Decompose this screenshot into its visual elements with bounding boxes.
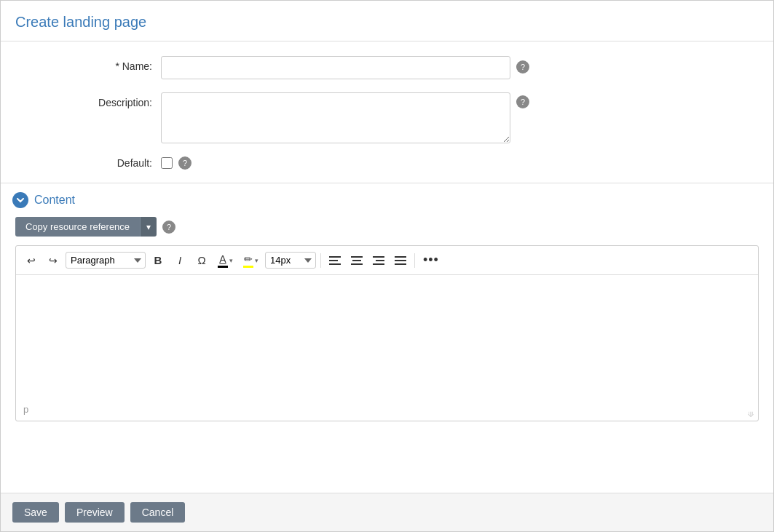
align-justify-icon (395, 256, 406, 265)
description-row: Description: ? (1, 92, 773, 143)
redo-btn[interactable]: ↪ (44, 253, 63, 269)
name-row: * Name: ? (1, 56, 773, 79)
more-options-btn[interactable]: ••• (419, 250, 443, 270)
font-color-btn[interactable]: A ▾ (214, 251, 237, 270)
copy-resource-row: Copy resource reference ▾ ? (12, 217, 762, 237)
highlight-color-btn[interactable]: ✏ ▾ (240, 251, 262, 270)
svg-rect-11 (395, 263, 406, 265)
content-toggle-btn[interactable] (12, 192, 28, 208)
svg-rect-0 (329, 256, 341, 258)
editor-toolbar: ↩ ↪ Paragraph Heading 1 Heading 2 Headin… (16, 246, 758, 275)
name-input[interactable] (161, 56, 510, 79)
page-header: Create landing page (1, 1, 773, 41)
align-left-icon (329, 256, 341, 265)
svg-rect-3 (351, 256, 363, 258)
svg-rect-7 (376, 260, 384, 261)
copy-resource-btn[interactable]: Copy resource reference (15, 217, 140, 237)
svg-rect-2 (329, 263, 341, 265)
copy-resource-help-icon[interactable]: ? (162, 221, 175, 234)
editor-container: ↩ ↪ Paragraph Heading 1 Heading 2 Headin… (15, 245, 759, 421)
svg-rect-8 (373, 263, 384, 265)
paragraph-select[interactable]: Paragraph Heading 1 Heading 2 Heading 3 (66, 252, 146, 269)
special-char-btn[interactable]: Ω (192, 252, 211, 269)
name-label: * Name: (15, 56, 161, 72)
chevron-down-icon (17, 198, 24, 203)
align-right-btn[interactable] (369, 254, 388, 267)
default-checkbox[interactable] (161, 157, 173, 169)
resize-handle[interactable]: ⟱ (748, 410, 755, 418)
description-label: Description: (15, 92, 161, 108)
content-title: Content (34, 194, 75, 207)
toolbar-divider-1 (320, 253, 321, 268)
svg-rect-1 (329, 260, 338, 261)
align-center-icon (351, 256, 363, 265)
svg-rect-5 (351, 263, 363, 265)
align-center-btn[interactable] (347, 254, 366, 267)
align-justify-btn[interactable] (391, 254, 410, 267)
align-right-icon (373, 256, 384, 265)
default-row: Default: ? (1, 156, 773, 170)
save-button[interactable]: Save (12, 502, 59, 523)
align-left-btn[interactable] (325, 254, 344, 267)
page-title: Create landing page (15, 14, 759, 31)
default-help-icon[interactable]: ? (178, 156, 191, 170)
page-container: Create landing page * Name: ? Descriptio… (0, 0, 774, 532)
description-input[interactable] (161, 92, 510, 143)
name-help-icon[interactable]: ? (516, 60, 529, 74)
description-help-icon[interactable]: ? (516, 95, 529, 108)
editor-placeholder: p (23, 404, 28, 415)
editor-content[interactable]: p ⟱ (16, 275, 758, 421)
svg-rect-10 (395, 260, 406, 261)
content-section: Content Copy resource reference ▾ ? (1, 183, 773, 421)
copy-btn-group: Copy resource reference ▾ (15, 217, 157, 237)
undo-btn[interactable]: ↩ (22, 253, 41, 269)
svg-rect-9 (395, 256, 406, 258)
footer-bar: Save Preview Cancel (1, 493, 773, 531)
bold-btn[interactable]: B (149, 252, 167, 269)
svg-rect-6 (373, 256, 384, 258)
default-label: Default: (15, 157, 161, 169)
toolbar-divider-2 (414, 253, 415, 268)
form-area: * Name: ? Description: ? Default: ? (1, 41, 773, 493)
svg-rect-4 (352, 260, 361, 261)
cancel-button[interactable]: Cancel (130, 502, 186, 523)
font-size-select[interactable]: 8px 10px 12px 14px 16px 18px 24px 36px (265, 252, 316, 269)
copy-resource-dropdown-btn[interactable]: ▾ (140, 217, 157, 237)
italic-btn[interactable]: I (170, 252, 189, 269)
preview-button[interactable]: Preview (65, 502, 125, 523)
content-header: Content (12, 192, 762, 208)
